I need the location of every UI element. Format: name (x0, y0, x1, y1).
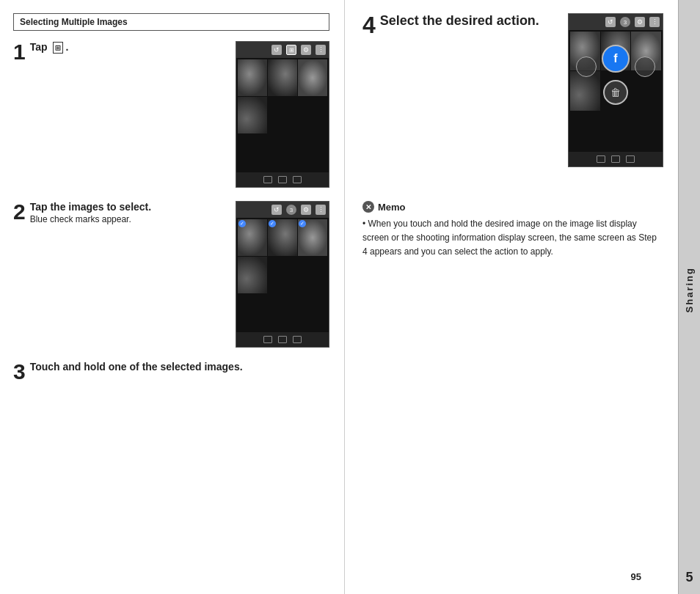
grid-cell-4-9 (631, 111, 661, 150)
grid-cell-1-4 (238, 97, 267, 133)
bottom-icon-1 (263, 176, 272, 183)
page-number: 95 (631, 571, 641, 582)
toolbar-4-menu: ⋮ (649, 17, 660, 27)
chapter-number: 5 (685, 570, 693, 585)
toolbar-2-gear: ⚙ (301, 205, 311, 215)
grid-cell-4-8 (601, 111, 631, 150)
toolbar-2: ↺ 3 ⚙ ⋮ (236, 202, 329, 218)
section-header-text: Selecting Multiple Images (20, 17, 128, 27)
grid-cell-4-4 (570, 71, 600, 110)
toolbar-4-badge: 3 (620, 17, 630, 27)
toolbar-icon-grid: ⊞ (286, 45, 296, 55)
step-2-block: 2 Tap the images to select. Blue check m… (13, 201, 329, 348)
step-3-block: 3 Touch and hold one of the selected ima… (13, 361, 329, 383)
grid-cell-2-6 (298, 257, 327, 293)
bottom-icon-3 (293, 176, 302, 183)
step-3-body: Touch and hold one of the selected image… (30, 361, 329, 374)
grid-cell-1-6 (298, 97, 327, 133)
chapter-title: Sharing (684, 267, 695, 312)
grid-cell-1-9 (298, 134, 327, 171)
device-screenshot-2: ↺ 3 ⚙ ⋮ (236, 201, 329, 348)
step-4-body: Select the desired action. (380, 13, 568, 37)
grid-cell-1-1 (238, 59, 267, 96)
device-bottom-2 (236, 332, 329, 347)
toolbar-2-refresh: ↺ (271, 205, 282, 215)
side-tab: Sharing 5 (678, 0, 700, 594)
step-2-title: Tap the images to select. (30, 201, 228, 213)
step-1-block: 1 Tap ⊞ . ↺ ⊞ ⚙ (13, 41, 329, 188)
step-2-desc: Blue check marks appear. (30, 214, 228, 224)
grid-cell-1-2 (268, 59, 297, 96)
toolbar-4-refresh: ↺ (605, 17, 616, 27)
action-btn-fb[interactable]: f (602, 45, 630, 73)
grid-cell-2-5 (268, 257, 297, 293)
toolbar-4-gear: ⚙ (635, 17, 645, 27)
toolbar-icon-menu: ⋮ (316, 45, 326, 55)
action-btn-delete[interactable]: 🗑 (603, 80, 628, 105)
memo-title-row: ✕ Memo (362, 201, 663, 213)
memo-body: • When you touch and hold the desired im… (362, 217, 663, 260)
bottom-icon-2-2 (278, 336, 287, 343)
step-3-title: Touch and hold one of the selected image… (30, 361, 329, 373)
grid-cell-4-6 (631, 71, 661, 110)
grid-cell-2-8 (268, 294, 297, 331)
bottom-icon-4-1 (597, 155, 605, 163)
toolbar-icon-refresh: ↺ (271, 45, 282, 55)
action-btn-right[interactable] (635, 56, 655, 77)
right-col-inner: 4 Select the desired action. ↺ 3 ⚙ ⋮ (362, 13, 663, 579)
step-1-period: . (66, 41, 69, 53)
step-3-number: 3 (13, 361, 26, 383)
step-1-title: Tap ⊞ . (30, 41, 228, 53)
section-header: Selecting Multiple Images (13, 13, 329, 31)
step-1-text-area: Tap ⊞ . (30, 41, 228, 54)
device-screen-4: f 🗑 (569, 30, 663, 152)
toolbar-2-badge: 3 (286, 205, 296, 215)
grid-cell-1-8 (268, 134, 297, 171)
device-screenshot-4: ↺ 3 ⚙ ⋮ (568, 13, 663, 167)
step-1-body: Tap ⊞ . ↺ ⊞ ⚙ ⋮ (30, 41, 329, 188)
toolbar-icon-gear: ⚙ (301, 45, 311, 55)
action-overlay: f 🗑 (602, 45, 630, 105)
grid-cell-4-7 (570, 111, 600, 150)
grid-cell-2-2 (268, 219, 297, 256)
memo-title-text: Memo (378, 202, 406, 213)
toolbar-1: ↺ ⊞ ⚙ ⋮ (236, 42, 329, 58)
grid-cell-2-9 (298, 294, 327, 331)
memo-icon: ✕ (362, 201, 374, 213)
action-btn-left[interactable] (576, 56, 597, 77)
step-1-title-text: Tap (30, 41, 48, 53)
grid-cell-1-3 (298, 59, 327, 96)
grid-cell-2-3 (298, 219, 327, 256)
screen-grid-1 (236, 58, 329, 172)
grid-cell-1-7 (238, 134, 267, 171)
toolbar-2-menu: ⋮ (316, 205, 326, 215)
device-bottom-1 (236, 172, 329, 187)
step-4-block: 4 Select the desired action. ↺ 3 ⚙ ⋮ (362, 13, 663, 179)
step-2-number: 2 (13, 201, 26, 223)
grid-cell-1-5 (268, 97, 297, 133)
memo-bullet-text: When you touch and hold the desired imag… (362, 219, 657, 257)
step-4-number: 4 (362, 13, 376, 37)
bottom-icon-4-2 (611, 155, 620, 163)
step-2-text-area: Tap the images to select. Blue check mar… (30, 201, 228, 224)
grid-cell-2-1 (238, 219, 267, 256)
bottom-icon-2-1 (263, 336, 272, 343)
step-1-number: 1 (13, 41, 26, 63)
device-screen-2 (236, 218, 329, 332)
bottom-icon-2-3 (293, 336, 302, 343)
grid-cell-2-7 (238, 294, 267, 331)
step-1-icon: ⊞ (53, 42, 62, 54)
screen-grid-2 (236, 218, 329, 332)
grid-cell-2-4 (238, 257, 267, 293)
memo-bullet-dot: • (362, 219, 368, 229)
memo-section: ✕ Memo • When you touch and hold the des… (362, 201, 663, 260)
left-column: Selecting Multiple Images 1 Tap ⊞ . (0, 0, 345, 594)
device-bottom-4 (569, 152, 663, 166)
bottom-icon-2 (278, 176, 287, 183)
step-2-body: Tap the images to select. Blue check mar… (30, 201, 329, 348)
bottom-icon-4-3 (626, 155, 635, 163)
toolbar-4: ↺ 3 ⚙ ⋮ (569, 14, 663, 30)
device-screen-1 (236, 58, 329, 172)
step-4-title: Select the desired action. (380, 13, 568, 29)
device-screenshot-1: ↺ ⊞ ⚙ ⋮ (236, 41, 329, 188)
